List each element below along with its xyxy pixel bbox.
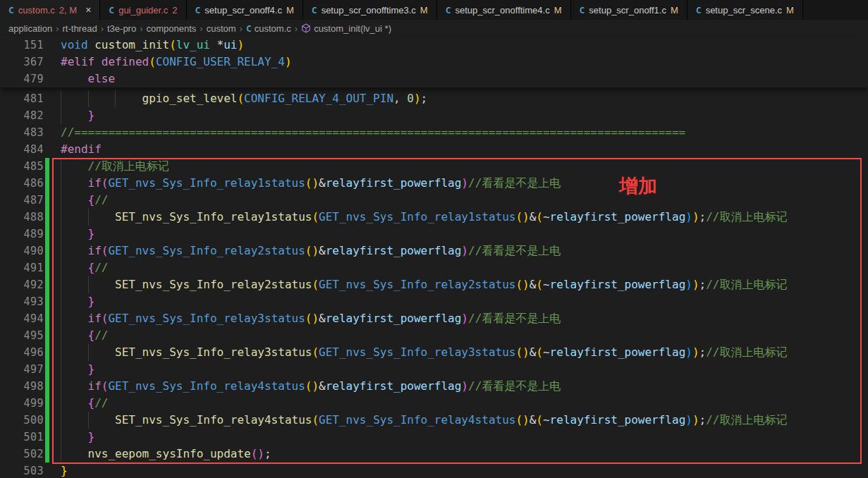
code-token: () [251, 447, 264, 460]
code-token: ( [102, 379, 109, 393]
code-line-495[interactable]: 495 {// [0, 327, 868, 344]
code-line-498[interactable]: 498 if(GET_nvs_Sys_Info_relay4status()&r… [0, 378, 868, 395]
line-number: 487 [0, 192, 44, 209]
code-token [61, 92, 142, 105]
code-token: relayfirst_powerflag [326, 379, 462, 393]
code-line-487[interactable]: 487 {// [0, 192, 868, 209]
code-line-502[interactable]: 502 nvs_eepom_sysInfo_update(); [0, 446, 868, 462]
tab-badge: 2, M [59, 5, 77, 16]
line-number: 488 [0, 209, 44, 226]
code-token [61, 244, 88, 257]
breadcrumb-label: custom_init(lv_ui *) [314, 23, 391, 34]
sticky-line-151[interactable]: 151void custom_init(lv_ui *ui) [0, 37, 868, 54]
code-token: ; [699, 278, 707, 291]
code-line-497[interactable]: 497 } [0, 361, 868, 378]
code-text: {// [61, 259, 108, 276]
code-text: gpio_set_level(CONFIG_RELAY_4_OUT_PIN, 0… [61, 90, 427, 107]
code-token: & [530, 413, 537, 427]
git-added-gutter-bar [45, 243, 49, 259]
close-icon[interactable]: × [85, 5, 91, 15]
code-token: ( [102, 312, 109, 325]
code-text: if(GET_nvs_Sys_Info_relay4status()&relay… [61, 378, 561, 395]
code-line-485[interactable]: 485 //取消上电标记 [0, 158, 868, 175]
code-token: GET_nvs_Sys_Info_relay1status [108, 176, 305, 190]
code-token [61, 72, 88, 85]
code-token: // [94, 261, 108, 274]
code-line-493[interactable]: 493 } [0, 293, 868, 310]
sticky-scroll: 151void custom_init(lv_ui *ui)367#elif d… [0, 37, 868, 87]
code-text: } [61, 226, 94, 243]
git-added-gutter-bar [45, 175, 49, 192]
code-token: SET_nvs_Sys_Info_relay2status [115, 278, 312, 291]
breadcrumb-item-custom[interactable]: custom [207, 23, 236, 34]
code-line-500[interactable]: 500 SET_nvs_Sys_Info_relay4status(GET_nv… [0, 412, 868, 429]
code-line-496[interactable]: 496 SET_nvs_Sys_Info_relay3status(GET_nv… [0, 344, 868, 361]
code-token: relayfirst_powerflag [550, 413, 686, 427]
code-line-503[interactable]: 503} [0, 462, 868, 478]
breadcrumb-item-custom-init-lv-ui-[interactable]: custom_init(lv_ui *) [301, 23, 391, 34]
code-line-491[interactable]: 491 {// [0, 259, 868, 276]
code-line-489[interactable]: 489 } [0, 226, 868, 243]
code-token: ) [461, 244, 468, 257]
code-line-501[interactable]: 501 } [0, 429, 868, 446]
code-editor-window: Ccustom.c2, M×Cgui_guider.c2Csetup_scr_o… [0, 0, 868, 478]
code-line-494[interactable]: 494 if(GET_nvs_Sys_Info_relay3status()&r… [0, 310, 868, 327]
code-token: //看看是不是上电 [468, 312, 561, 325]
tab-badge: M [554, 5, 562, 16]
code-token: GET_nvs_Sys_Info_relay3status [319, 345, 515, 359]
tab-gui_guider.c[interactable]: Cgui_guider.c2 [100, 0, 186, 20]
breadcrumb-item-components[interactable]: components [147, 23, 197, 34]
code-line-490[interactable]: 490 if(GET_nvs_Sys_Info_relay2status()&r… [0, 243, 868, 259]
code-token: ( [149, 55, 156, 68]
code-text: } [61, 361, 94, 378]
tab-custom.c[interactable]: Ccustom.c2, M× [0, 0, 100, 20]
code-token: ) [685, 278, 692, 291]
code-token: if [88, 379, 102, 393]
code-line-481[interactable]: 481 gpio_set_level(CONFIG_RELAY_4_OUT_PI… [0, 90, 868, 107]
tab-setup_scr_onofftime4.c[interactable]: Csetup_scr_onofftime4.cM [437, 0, 571, 20]
code-token: ( [536, 210, 543, 223]
code-token: { [88, 329, 95, 342]
breadcrumb-item-custom-c[interactable]: Ccustom.c [246, 23, 291, 34]
code-token: CONFIG_RELAY_4_OUT_PIN [244, 92, 393, 105]
breadcrumb-item-t3e-pro[interactable]: t3e-pro [107, 23, 136, 34]
code-token: GET_nvs_Sys_Info_relay4status [108, 379, 305, 393]
code-line-483[interactable]: 483//===================================… [0, 124, 868, 141]
code-token: relayfirst_powerflag [326, 176, 462, 190]
code-line-482[interactable]: 482 } [0, 107, 868, 124]
code-line-492[interactable]: 492 SET_nvs_Sys_Info_relay2status(GET_nv… [0, 276, 868, 293]
code-token: } [88, 362, 95, 376]
code-line-488[interactable]: 488 SET_nvs_Sys_Info_relay1status(GET_nv… [0, 209, 868, 226]
tab-setup_scr_onoff4.c[interactable]: Csetup_scr_onoff4.cM [187, 0, 303, 20]
line-number: 483 [0, 124, 44, 141]
c-file-icon: C [312, 5, 317, 16]
breadcrumb: application›rt-thread›t3e-pro›components… [0, 20, 868, 37]
tab-setup_scr_onoff1.c[interactable]: Csetup_scr_onoff1.cM [571, 0, 687, 20]
code-line-484[interactable]: 484#endif [0, 141, 868, 158]
code-token: ) [461, 176, 468, 190]
sticky-line-367[interactable]: 367#elif defined(CONFIG_USER_RELAY_4) [0, 54, 868, 71]
git-added-gutter-bar [45, 158, 49, 175]
tab-setup_scr_scene.c[interactable]: Csetup_scr_scene.cM [687, 0, 803, 20]
code-line-486[interactable]: 486 if(GET_nvs_Sys_Info_relay1status()&r… [0, 175, 868, 192]
line-number: 492 [0, 276, 44, 293]
sticky-line-479[interactable]: 479 else [0, 71, 868, 87]
breadcrumb-item-rt-thread[interactable]: rt-thread [63, 23, 97, 34]
code-line-499[interactable]: 499 {// [0, 395, 868, 412]
breadcrumb-item-application[interactable]: application [8, 23, 52, 34]
tab-setup_scr_onofftime3.c[interactable]: Csetup_scr_onofftime3.cM [303, 0, 437, 20]
code-token: ; [699, 413, 707, 427]
code-token: & [319, 379, 326, 393]
git-added-gutter-bar [45, 276, 49, 293]
code-text: SET_nvs_Sys_Info_relay4status(GET_nvs_Sy… [61, 412, 787, 429]
code-token: //取消上电标记 [88, 159, 169, 173]
code-token: if [88, 176, 102, 190]
code-token: //取消上电标记 [706, 413, 787, 427]
code-area[interactable]: 481 gpio_set_level(CONFIG_RELAY_4_OUT_PI… [0, 90, 868, 478]
code-text: {// [61, 327, 108, 344]
line-number: 486 [0, 175, 44, 192]
code-token: // [94, 396, 108, 410]
code-token: // [94, 329, 108, 342]
code-token [61, 447, 88, 460]
code-token: ) [461, 312, 468, 325]
